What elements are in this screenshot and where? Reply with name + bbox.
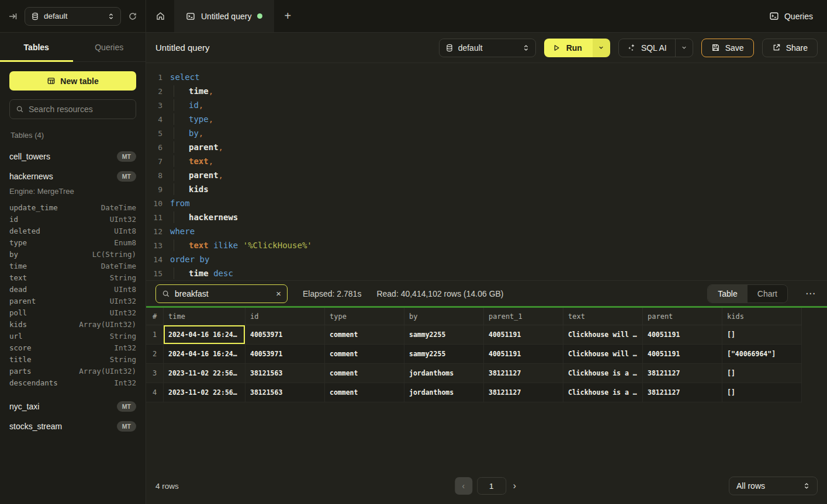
cell-1-text[interactable]: Clickhouse will … [563,325,643,345]
line-number: 4 [146,115,162,124]
tab-strip: Untitled query + [146,0,301,32]
view-toggle-chart[interactable]: Chart [748,285,787,303]
resource-search-input[interactable] [29,105,130,114]
code-line[interactable]: text ilike '%ClickHouse%' [170,241,312,250]
cell-2-kids[interactable]: ["40066964"] [722,345,802,364]
column-row: pollUInt32 [9,307,136,318]
collapse-sidebar-button[interactable] [8,12,18,21]
sql-editor[interactable]: 1select2time,3id,4type,5by,6parent,7text… [146,63,827,280]
save-icon [711,43,720,52]
cell-1-parent[interactable]: 40051191 [643,325,722,345]
new-table-button[interactable]: New table [9,71,136,91]
query-database-selector[interactable]: default [439,39,536,57]
cell-3-type[interactable]: comment [325,364,404,383]
home-button[interactable] [146,0,174,32]
cell-1-kids[interactable]: [] [722,325,802,345]
col-header-id: id [245,308,325,325]
share-button[interactable]: Share [762,39,818,57]
column-row: deadUInt8 [9,283,136,295]
new-tab-button[interactable]: + [274,0,301,32]
cell-2-by[interactable]: sammy2255 [404,345,484,364]
code-line[interactable]: type, [170,114,213,124]
cell-1-type[interactable]: comment [325,325,404,345]
cell-4-id[interactable]: 38121563 [245,383,325,402]
code-line[interactable]: by, [170,128,203,138]
chevron-updown-icon [803,482,810,489]
code-line[interactable]: text, [170,157,213,166]
code-line[interactable]: where [170,227,195,236]
cell-1-parent_1[interactable]: 40051191 [484,325,563,345]
sql-ai-options-button[interactable] [675,39,693,57]
editor-line: 13text ilike '%ClickHouse%' [146,238,827,252]
code-line[interactable]: parent, [170,142,223,152]
cell-4-by[interactable]: jordanthoms [404,383,484,402]
cell-3-kids[interactable]: [] [722,364,802,383]
cell-2-time[interactable]: 2024-04-16 16:24… [164,345,245,364]
clear-search-button[interactable]: × [276,289,281,298]
terminal-icon [186,12,195,21]
code-line[interactable]: kids [170,185,209,194]
code-line[interactable]: order by [170,255,209,264]
cell-3-text[interactable]: Clickhouse is a … [563,364,643,383]
cell-1-time[interactable]: 2024-04-16 16:24… [164,325,245,345]
cell-3-parent[interactable]: 38121127 [643,364,722,383]
next-page-button[interactable]: › [511,481,518,491]
code-line[interactable]: hackernews [170,213,238,222]
database-selector[interactable]: default [25,7,121,26]
refresh-button[interactable] [128,12,137,21]
code-line[interactable]: select [170,72,200,82]
code-line[interactable]: from [170,199,190,208]
sidebar-tab-queries[interactable]: Queries [73,33,146,61]
cell-2-text[interactable]: Clickhouse will … [563,345,643,364]
code-line[interactable]: parent, [170,171,223,180]
cell-4-type[interactable]: comment [325,383,404,402]
sql-ai-button[interactable]: SQL AI [619,39,675,57]
page-number-input[interactable]: 1 [477,477,506,495]
cell-2-id[interactable]: 40053971 [245,345,325,364]
cell-2-parent_1[interactable]: 40051191 [484,345,563,364]
results-more-button[interactable]: ⋯ [803,287,818,300]
column-name: type [9,238,27,247]
column-name: score [9,343,32,352]
table-name: stocks_stream [9,422,62,431]
query-toolbar: Untitled query default Run [146,33,827,63]
view-toggle-table[interactable]: Table [708,285,747,303]
run-options-button[interactable] [593,39,610,57]
sidebar-table-stocks_stream[interactable]: stocks_streamMT [9,416,136,436]
cell-1-by[interactable]: sammy2255 [404,325,484,345]
tab-untitled-query[interactable]: Untitled query [174,0,274,32]
cell-4-parent[interactable]: 38121127 [643,383,722,402]
sidebar-table-cell_towers[interactable]: cell_towersMT [9,147,136,166]
cell-2-type[interactable]: comment [325,345,404,364]
queries-button[interactable]: Queries [769,11,813,21]
page-size-selector[interactable]: All rows [729,477,818,495]
code-line[interactable]: time desc [170,269,233,278]
cell-2-parent[interactable]: 40051191 [643,345,722,364]
row-count: 4 rows [155,482,179,491]
prev-page-button[interactable]: ‹ [455,477,472,495]
cell-4-kids[interactable]: [] [722,383,802,402]
cell-4-time[interactable]: 2023-11-02 22:56… [164,383,245,402]
column-name: by [9,250,18,259]
sidebar-table-hackernews[interactable]: hackernewsMT [9,166,136,186]
cell-1-id[interactable]: 40053971 [245,325,325,345]
cell-3-by[interactable]: jordanthoms [404,364,484,383]
sidebar-table-nyc_taxi[interactable]: nyc_taxiMT [9,397,136,416]
cell-4-text[interactable]: Clickhouse is a … [563,383,643,402]
editor-line: 10from [146,196,827,210]
sql-token: , [219,171,223,180]
code-line[interactable]: time, [170,86,213,96]
cell-4-parent_1[interactable]: 38121127 [484,383,563,402]
cell-3-id[interactable]: 38121563 [245,364,325,383]
topbar-left: default [0,0,146,32]
cell-3-time[interactable]: 2023-11-02 22:56… [164,364,245,383]
sidebar-tab-tables[interactable]: Tables [0,33,73,61]
save-button[interactable]: Save [701,39,754,57]
column-type: String [110,332,136,340]
code-line[interactable]: id, [170,100,203,110]
run-button[interactable]: Run [544,39,593,57]
results-search-input[interactable] [175,289,271,298]
column-name: parent [9,297,36,305]
cell-3-parent_1[interactable]: 38121127 [484,364,563,383]
editor-line: 5by, [146,126,827,140]
